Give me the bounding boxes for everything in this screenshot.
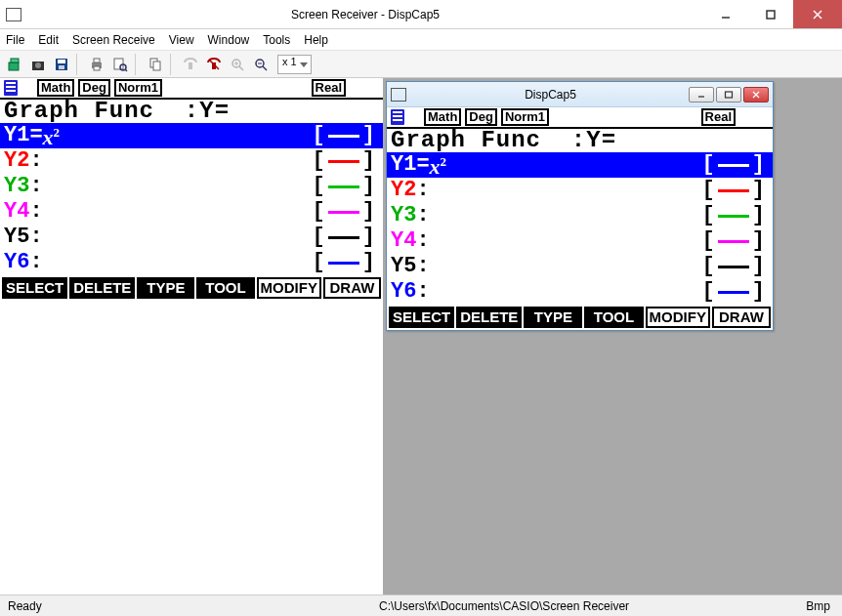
line-style: [] (702, 255, 765, 278)
softkey-type[interactable]: TYPE (524, 307, 582, 328)
status-path: C:\Users\fx\Documents\CASIO\Screen Recei… (371, 599, 793, 613)
tag-real: Real (312, 79, 346, 97)
func-row-Y4[interactable]: Y4:[] (0, 199, 383, 225)
func-row-Y3[interactable]: Y3:[] (0, 174, 383, 199)
minimize-button[interactable] (703, 0, 748, 28)
svg-rect-4 (9, 62, 19, 70)
close-button[interactable] (793, 0, 842, 28)
line-style: [] (313, 200, 375, 224)
capture-button[interactable] (27, 54, 49, 75)
menu-file[interactable]: File (6, 33, 24, 47)
save-button[interactable] (51, 54, 72, 75)
func-row-Y2[interactable]: Y2:[] (0, 148, 383, 174)
softkey-bar: SELECTDELETETYPETOOLMODIFYDRAW (0, 275, 383, 301)
live-panel: MathDegNorm1RealGraph Func :Y=Y1=x2[]Y2:… (0, 78, 383, 595)
softkey-tool[interactable]: TOOL (584, 307, 643, 328)
func-row-Y5[interactable]: Y5:[] (0, 225, 383, 250)
svg-rect-13 (94, 66, 100, 70)
child-window[interactable]: DispCap5 MathDegNorm1RealGraph Func :Y=Y… (386, 81, 774, 331)
svg-rect-12 (94, 59, 100, 62)
func-row-Y3[interactable]: Y3:[] (387, 203, 773, 228)
svg-line-23 (239, 66, 243, 70)
softkey-delete[interactable]: DELETE (69, 277, 135, 299)
headline-right: :Y= (571, 127, 616, 153)
menu-help[interactable]: Help (304, 33, 328, 47)
child-title-bar[interactable]: DispCap5 (387, 82, 773, 107)
headline-left: Graph Func (391, 127, 541, 153)
menu-tools[interactable]: Tools (263, 33, 290, 47)
mdi-area: DispCap5 MathDegNorm1RealGraph Func :Y=Y… (383, 78, 842, 595)
maximize-button[interactable] (748, 0, 793, 28)
func-row-Y6[interactable]: Y6:[] (387, 279, 773, 305)
line-style: [] (313, 175, 375, 198)
copy-button[interactable] (145, 54, 166, 75)
title-bar: Screen Receiver - DispCap5 (0, 0, 842, 29)
menu-view[interactable]: View (169, 33, 194, 47)
tag-norm: Norm1 (114, 79, 162, 97)
zoom-select[interactable]: x 1 (277, 55, 312, 74)
func-row-Y6[interactable]: Y6:[] (0, 250, 383, 275)
func-sep: : (416, 204, 429, 227)
window-title: Screen Receiver - DispCap5 (27, 8, 703, 21)
child-app-icon (391, 88, 406, 102)
line-style: [] (702, 229, 765, 253)
battery-icon (391, 109, 404, 125)
menu-screen-receive[interactable]: Screen Receive (72, 33, 155, 47)
softkey-select[interactable]: SELECT (2, 277, 67, 299)
zoom-out-button[interactable] (250, 54, 272, 75)
print-button[interactable] (86, 54, 107, 75)
func-row-Y1[interactable]: Y1=x2[] (387, 152, 773, 178)
func-label: Y6 (4, 251, 29, 274)
func-label: Y1 (391, 153, 416, 177)
func-label: Y3 (391, 204, 416, 227)
svg-rect-10 (59, 65, 64, 69)
menu-window[interactable]: Window (208, 33, 250, 47)
func-sep: : (416, 229, 429, 253)
child-close-button[interactable] (743, 87, 769, 103)
softkey-type[interactable]: TYPE (137, 277, 194, 299)
status-bar: Ready C:\Users\fx\Documents\CASIO\Screen… (0, 595, 842, 616)
softkey-modify[interactable]: MODIFY (646, 307, 710, 328)
tag-deg: Deg (465, 108, 497, 126)
func-row-Y4[interactable]: Y4:[] (387, 228, 773, 254)
connect-button[interactable] (4, 54, 25, 75)
line-style: [] (702, 280, 765, 304)
record-start-button[interactable] (180, 54, 201, 75)
func-label: Y2 (4, 149, 29, 173)
softkey-draw[interactable]: DRAW (712, 307, 771, 328)
headline-right: :Y= (185, 98, 230, 124)
func-row-Y2[interactable]: Y2:[] (387, 178, 773, 203)
func-row-Y1[interactable]: Y1=x2[] (0, 123, 383, 148)
menu-edit[interactable]: Edit (38, 33, 59, 47)
softkey-tool[interactable]: TOOL (196, 277, 254, 299)
softkey-modify[interactable]: MODIFY (257, 277, 321, 299)
func-sep: : (29, 251, 42, 274)
status-format: Bmp (793, 599, 842, 613)
child-minimize-button[interactable] (689, 87, 714, 103)
svg-line-27 (263, 66, 267, 70)
func-label: Y4 (4, 200, 29, 224)
line-style: [] (702, 153, 765, 177)
softkey-draw[interactable]: DRAW (323, 277, 381, 299)
func-sep: = (29, 124, 42, 147)
svg-rect-1 (767, 11, 775, 19)
battery-icon (4, 80, 18, 96)
client-area: MathDegNorm1RealGraph Func :Y=Y1=x2[]Y2:… (0, 78, 842, 595)
zoom-in-button[interactable] (227, 54, 248, 75)
print-preview-button[interactable] (109, 54, 131, 75)
func-label: Y6 (391, 280, 416, 304)
func-label: Y2 (391, 179, 416, 202)
line-style: [] (313, 124, 375, 147)
record-stop-button[interactable] (203, 54, 225, 75)
func-sep: : (416, 255, 429, 278)
func-label: Y4 (391, 229, 416, 253)
func-sep: : (29, 175, 42, 198)
child-maximize-button[interactable] (716, 87, 741, 103)
softkey-delete[interactable]: DELETE (456, 307, 522, 328)
line-style: [] (313, 251, 375, 274)
softkey-select[interactable]: SELECT (389, 307, 454, 328)
func-label: Y1 (4, 124, 29, 147)
svg-rect-18 (153, 62, 160, 70)
func-row-Y5[interactable]: Y5:[] (387, 254, 773, 279)
line-style: [] (702, 204, 765, 227)
